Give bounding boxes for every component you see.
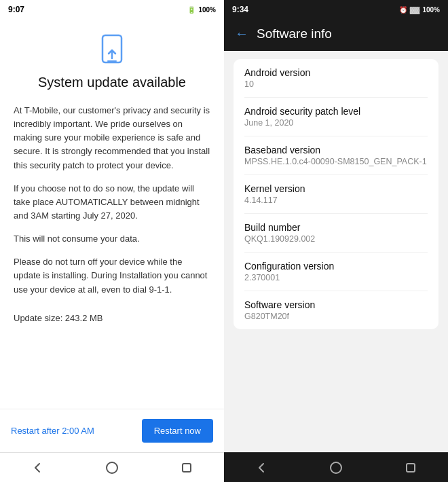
update-body: At T-Mobile, our customer's privacy and … (14, 104, 210, 306)
android-version-label: Android version (244, 67, 428, 78)
right-back-nav-icon[interactable] (254, 460, 269, 475)
config-version-label: Configuration version (244, 261, 428, 272)
svg-point-5 (331, 462, 341, 473)
build-number-label: Build number (244, 222, 428, 233)
left-signal: 100% (198, 6, 216, 14)
security-patch-value: June 1, 2020 (244, 118, 428, 128)
android-version-row: Android version 10 (244, 59, 428, 98)
home-nav-icon[interactable] (105, 460, 119, 475)
status-bar-right: 9:34 ⏰ ▓▓ 100% (224, 0, 448, 19)
config-version-value: 2.370001 (244, 273, 428, 282)
right-content: Android version 10 Android security patc… (224, 51, 448, 452)
baseband-row: Baseband version MPSS.HE.1.0.c4-00090-SM… (244, 136, 428, 175)
build-number-row: Build number QKQ1.190929.002 (244, 214, 428, 253)
svg-rect-4 (183, 464, 191, 472)
phone-update-icon (96, 33, 128, 65)
right-header: ← Software info (224, 19, 448, 51)
update-title: System update available (38, 75, 186, 90)
left-status-icons: 🔋 100% (187, 6, 216, 14)
update-paragraph-2: If you choose not to do so now, the upda… (14, 182, 210, 223)
right-alarm-icon: ⏰ (399, 6, 407, 14)
recents-nav-icon[interactable] (179, 460, 194, 475)
kernel-row: Kernel version 4.14.117 (244, 175, 428, 214)
kernel-label: Kernel version (244, 183, 428, 194)
baseband-label: Baseband version (244, 145, 428, 155)
software-info-card: Android version 10 Android security patc… (234, 59, 438, 329)
update-paragraph-4: Please do not turn off your device while… (14, 255, 210, 296)
software-version-row: Software version G820TM20f (244, 291, 428, 329)
page-title: Software info (257, 26, 332, 41)
update-paragraph-1: At T-Mobile, our customer's privacy and … (14, 104, 210, 172)
left-time: 9:07 (8, 5, 24, 14)
left-content: System update available At T-Mobile, our… (0, 19, 224, 409)
left-nav-bar (0, 452, 224, 482)
restart-later-button[interactable]: Restart after 2:00 AM (11, 426, 94, 436)
software-version-value: G820TM20f (244, 312, 428, 321)
software-version-label: Software version (244, 299, 428, 310)
right-nav-bar (224, 452, 448, 482)
left-bottom-bar: Restart after 2:00 AM Restart now (0, 409, 224, 452)
build-number-value: QKQ1.190929.002 (244, 234, 428, 244)
svg-rect-6 (407, 464, 415, 472)
back-button[interactable]: ← (235, 26, 248, 41)
svg-point-3 (107, 462, 117, 473)
android-version-value: 10 (244, 79, 428, 89)
right-panel: 9:34 ⏰ ▓▓ 100% ← Software info Android v… (224, 0, 448, 482)
left-panel: 9:07 🔋 100% System update available At T… (0, 0, 224, 482)
left-wifi-icon: 🔋 (187, 6, 195, 14)
right-status-icons: ⏰ ▓▓ 100% (399, 6, 440, 14)
right-time: 9:34 (232, 5, 248, 14)
baseband-value: MPSS.HE.1.0.c4-00090-SM8150_GEN_PACK-1 (244, 157, 428, 166)
right-home-nav-icon[interactable] (329, 460, 343, 475)
restart-now-button[interactable]: Restart now (142, 419, 213, 443)
kernel-value: 4.14.117 (244, 196, 428, 205)
right-signal-icon: ▓▓ (410, 6, 420, 14)
update-size: Update size: 243.2 MB (14, 313, 103, 323)
config-version-row: Configuration version 2.370001 (244, 253, 428, 291)
right-battery: 100% (422, 6, 440, 14)
status-bar-left: 9:07 🔋 100% (0, 0, 224, 19)
security-patch-row: Android security patch level June 1, 202… (244, 98, 428, 136)
right-recents-nav-icon[interactable] (403, 460, 418, 475)
security-patch-label: Android security patch level (244, 106, 428, 117)
update-paragraph-3: This will not consume your data. (14, 232, 210, 246)
back-nav-icon[interactable] (30, 460, 45, 475)
